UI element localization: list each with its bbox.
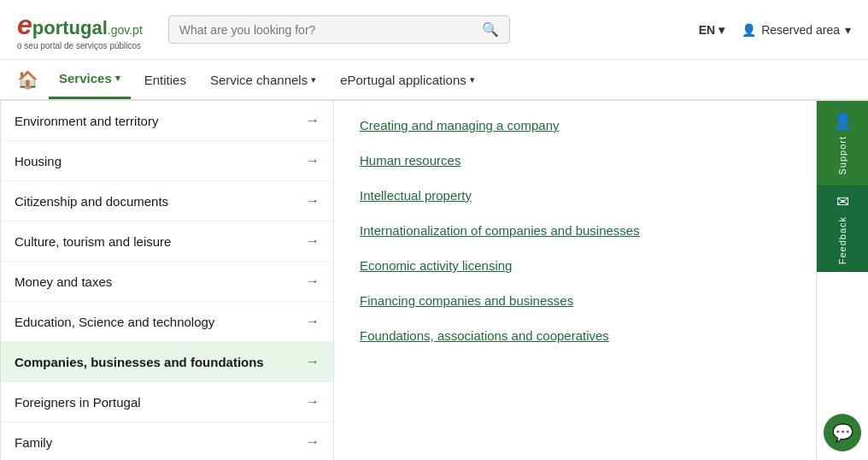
arrow-icon: → [306, 434, 320, 450]
menu-item-8[interactable]: Family→ [1, 422, 333, 460]
logo[interactable]: e portugal .gov.pt o seu portal de servi… [17, 9, 143, 50]
nav-entities[interactable]: Entities [134, 60, 196, 99]
nav-service-channels[interactable]: Service channels ▾ [200, 60, 326, 99]
logo-e: e [17, 9, 32, 41]
header-right: EN ▾ 👤 Reserved area ▾ [699, 23, 851, 37]
feedback-button[interactable]: ✉ Feedback [817, 186, 868, 272]
logo-gov: .gov.pt [108, 23, 143, 37]
menu-item-1[interactable]: Housing→ [1, 141, 333, 181]
reserved-area-link[interactable]: 👤 Reserved area ▾ [742, 23, 851, 37]
arrow-icon: → [306, 153, 320, 168]
right-link-1[interactable]: Human resources [360, 153, 790, 168]
header: e portugal .gov.pt o seu portal de servi… [0, 0, 868, 60]
chat-button[interactable]: 💬 [824, 414, 861, 451]
nav-services[interactable]: Services ▾ [49, 60, 131, 99]
support-button[interactable]: 👤 Support [817, 101, 868, 186]
services-left-menu: Environment and territory→Housing→Citize… [1, 101, 334, 460]
services-dropdown: Environment and territory→Housing→Citize… [0, 101, 817, 460]
navbar: 🏠 Services ▾ Entities Service channels ▾… [0, 60, 868, 101]
support-icon: 👤 [833, 112, 852, 131]
menu-item-2[interactable]: Citizenship and documents→ [1, 181, 333, 221]
chevron-down-icon: ▾ [718, 23, 724, 37]
home-icon[interactable]: 🏠 [17, 69, 38, 90]
menu-item-5[interactable]: Education, Science and technology→ [1, 302, 333, 342]
arrow-icon: → [306, 233, 320, 249]
menu-item-6[interactable]: Companies, businesses and foundations→ [1, 342, 333, 382]
arrow-icon: → [306, 354, 320, 369]
right-link-4[interactable]: Economic activity licensing [360, 258, 790, 273]
menu-item-0[interactable]: Environment and territory→ [1, 101, 333, 141]
right-link-3[interactable]: Internationalization of companies and bu… [360, 223, 790, 238]
menu-item-4[interactable]: Money and taxes→ [1, 262, 333, 302]
services-right-content: Creating and managing a companyHuman res… [334, 101, 816, 460]
feedback-icon: ✉ [836, 192, 849, 211]
right-link-5[interactable]: Financing companies and businesses [360, 293, 790, 308]
logo-portugal: portugal [32, 17, 108, 39]
chat-icon: 💬 [832, 422, 853, 443]
arrow-icon: → [306, 394, 320, 410]
chevron-down-icon: ▾ [845, 23, 851, 37]
arrow-icon: → [306, 113, 320, 128]
chevron-down-icon: ▾ [470, 74, 475, 86]
logo-subtitle: o seu portal de serviços públicos [17, 41, 143, 50]
arrow-icon: → [306, 274, 320, 289]
chevron-down-icon: ▾ [311, 74, 316, 86]
search-icon: 🔍 [482, 22, 499, 37]
menu-item-7[interactable]: Foreigners in Portugal→ [1, 382, 333, 422]
right-link-0[interactable]: Creating and managing a company [360, 118, 790, 133]
chevron-down-icon: ▾ [115, 73, 120, 84]
search-bar[interactable]: 🔍 [168, 15, 510, 44]
menu-item-3[interactable]: Culture, tourism and leisure→ [1, 221, 333, 262]
arrow-icon: → [306, 193, 320, 209]
language-selector[interactable]: EN ▾ [699, 23, 724, 37]
search-button[interactable]: 🔍 [482, 21, 499, 38]
user-icon: 👤 [742, 23, 756, 37]
arrow-icon: → [306, 314, 320, 329]
side-panel: 👤 Support ✉ Feedback [817, 101, 868, 272]
right-link-6[interactable]: Foundations, associations and cooperativ… [360, 328, 790, 343]
right-link-2[interactable]: Intellectual property [360, 188, 790, 203]
nav-eportugal-apps[interactable]: ePortugal applications ▾ [330, 60, 485, 99]
search-input[interactable] [179, 23, 482, 37]
